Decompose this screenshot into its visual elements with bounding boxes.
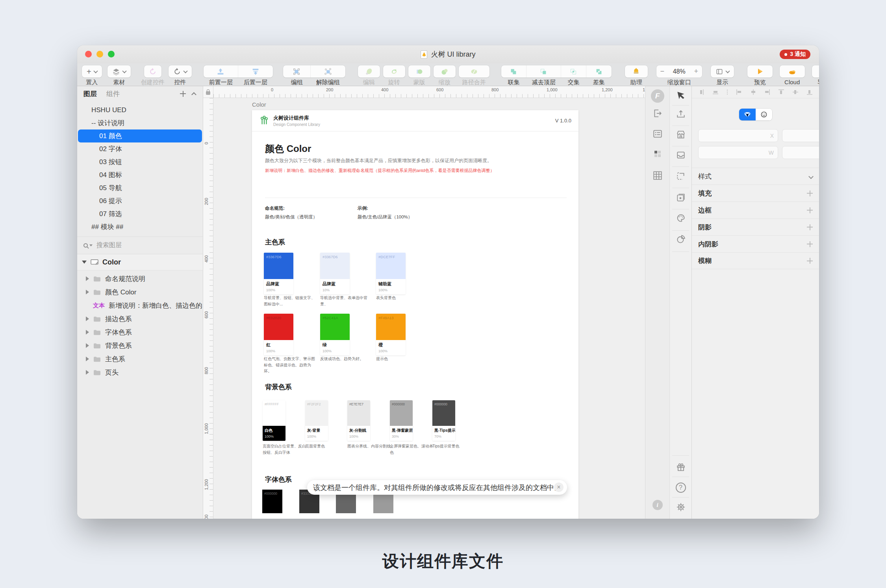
toolbar-preview[interactable]: 预览 <box>747 65 773 86</box>
layer-item[interactable]: 主色系 <box>77 352 203 366</box>
align-right-icon[interactable] <box>764 89 770 95</box>
add-border-icon[interactable] <box>807 207 813 213</box>
image-star-icon[interactable] <box>676 192 686 203</box>
gear-icon[interactable] <box>675 502 686 512</box>
page-item[interactable]: 04 图标 <box>77 168 203 181</box>
artboard-row-color[interactable]: Color <box>77 254 203 270</box>
artboard-label[interactable]: Color <box>252 101 266 108</box>
toolbar-material[interactable]: 素材 <box>108 65 131 86</box>
layer-item[interactable]: 字体色系 <box>77 325 203 339</box>
align-top-icon[interactable] <box>778 89 784 95</box>
disclosure-closed-icon[interactable] <box>86 290 89 294</box>
disclosure-closed-icon[interactable] <box>86 276 89 281</box>
section-blur[interactable]: 模糊 <box>692 252 819 269</box>
section-shadow[interactable]: 阴影 <box>692 218 819 235</box>
tab-layers[interactable]: 图层 <box>83 89 97 98</box>
page-item[interactable]: 02 字体 <box>77 142 203 155</box>
inbox-tray-icon[interactable] <box>676 150 686 160</box>
list-icon[interactable] <box>652 129 663 139</box>
disclosure-closed-icon[interactable] <box>86 316 89 321</box>
toolbar-assistant[interactable]: 助理 <box>625 65 648 86</box>
zoom-out-button[interactable]: − <box>656 67 668 76</box>
collapse-pages-icon[interactable] <box>191 92 196 97</box>
swatch-card[interactable]: #3367D6 品牌蓝100% <box>264 253 293 294</box>
gift-icon[interactable] <box>676 462 686 472</box>
swatch-card[interactable]: #F2F2F2 灰-背景100% <box>305 400 328 441</box>
intersect-button[interactable] <box>561 65 586 78</box>
section-fill[interactable]: 填充 <box>692 185 819 202</box>
bring-forward-button[interactable] <box>204 65 238 78</box>
add-inner-shadow-icon[interactable] <box>807 241 813 247</box>
help-icon[interactable]: ? <box>676 483 686 493</box>
align-left-icon[interactable] <box>736 89 742 95</box>
grid-squares-icon[interactable] <box>653 149 662 159</box>
toolbar-merge-path[interactable]: 路径合并 <box>459 65 489 86</box>
page-item[interactable]: 03 按钮 <box>77 155 203 168</box>
zoom-in-button[interactable]: + <box>690 67 702 76</box>
zoom-value[interactable]: 48% <box>668 68 690 75</box>
frame-icon[interactable] <box>676 171 686 181</box>
search-layers-field[interactable]: 搜索图层 <box>77 237 203 254</box>
send-backward-button[interactable] <box>238 65 273 78</box>
group-button[interactable] <box>283 65 311 78</box>
layer-item-text[interactable]: 文本 新增说明：新增白色、描边色的... <box>77 299 203 312</box>
swatch-card[interactable]: #DCE7FF 辅助蓝100% <box>376 253 406 294</box>
select-cursor-icon[interactable] <box>676 90 686 100</box>
toolbar-mask[interactable]: 蒙版 <box>408 65 430 86</box>
distribute-horizontal-icon[interactable] <box>698 89 704 95</box>
page-item[interactable]: 07 筛选 <box>77 207 203 220</box>
disclosure-open-icon[interactable] <box>82 261 87 264</box>
swatch-card[interactable]: #E02020 红100% <box>264 314 293 355</box>
distribute-vertical-icon[interactable] <box>712 89 719 95</box>
swatch-card[interactable]: #52C41A 绿100% <box>320 314 350 355</box>
swatch-card[interactable]: #E7E7E7 灰-分割线100% <box>347 400 370 441</box>
y-position-field[interactable] <box>782 129 819 142</box>
close-icon[interactable]: × <box>554 483 563 492</box>
layer-item[interactable]: 背景色系 <box>77 339 203 352</box>
palette-icon[interactable] <box>676 213 686 223</box>
add-page-icon[interactable] <box>180 91 186 97</box>
share-upload-icon[interactable] <box>676 109 686 119</box>
x-position-field[interactable] <box>698 129 778 142</box>
height-field[interactable] <box>782 146 819 159</box>
swatch-card[interactable]: #000000 黑-弹窗蒙层30% <box>390 400 413 441</box>
toolbar-export[interactable]: 导出 <box>812 65 819 86</box>
page-item-selected[interactable]: 01 颜色 <box>78 129 202 142</box>
swatch-card[interactable]: #000000 <box>262 490 282 513</box>
toolbar-show[interactable]: 显示 <box>711 65 734 86</box>
disclosure-closed-icon[interactable] <box>86 357 89 361</box>
align-center-horizontal-icon[interactable] <box>750 89 756 95</box>
page-item[interactable]: -- 设计说明 <box>77 116 203 129</box>
difference-button[interactable] <box>586 65 612 78</box>
page-item[interactable]: HSHU UED <box>77 104 203 116</box>
subtract-button[interactable] <box>526 65 561 78</box>
artboard[interactable]: 火树设计组件库 Design Component Library V 1.0.0… <box>252 110 578 519</box>
toolbar-create-symbol[interactable]: 创建控件 <box>141 65 165 86</box>
close-window-button[interactable] <box>85 51 92 57</box>
tab-components[interactable]: 组件 <box>106 89 120 98</box>
add-blur-icon[interactable] <box>807 258 813 264</box>
add-shadow-icon[interactable] <box>807 224 813 230</box>
notification-badge[interactable]: 3 通知 <box>780 50 810 59</box>
horizontal-ruler[interactable]: 0 200 400 600 800 1,000 1,200 1,400 <box>213 86 645 98</box>
layer-item[interactable]: 页头 <box>77 366 203 379</box>
toolbar-cloud[interactable]: Cloud <box>780 65 805 85</box>
page-item[interactable]: ## 模块 ## <box>77 220 203 233</box>
store-icon[interactable] <box>676 129 686 140</box>
zoom-window-button[interactable] <box>108 51 115 57</box>
align-middle-vertical-icon[interactable] <box>792 89 799 95</box>
vertical-ruler[interactable]: 0 200 400 600 800 1,000 1,200 1,400 <box>203 98 213 519</box>
section-inner-shadow[interactable]: 内阴影 <box>692 235 819 252</box>
width-field[interactable] <box>698 146 778 159</box>
page-item[interactable]: 06 提示 <box>77 194 203 207</box>
canvas[interactable]: 0 200 400 600 800 1,000 1,200 1,400 0 20… <box>203 86 645 519</box>
export-page-icon[interactable] <box>652 108 663 118</box>
design-mode-tab[interactable] <box>739 109 756 120</box>
disclosure-closed-icon[interactable] <box>86 370 89 375</box>
add-fill-icon[interactable] <box>807 190 813 196</box>
toolbar-insert[interactable]: + 置入 <box>82 65 102 86</box>
page-item[interactable]: 05 导航 <box>77 181 203 194</box>
ruler-corner[interactable] <box>203 86 213 98</box>
table-grid-icon[interactable] <box>652 170 663 181</box>
toolbar-rotate[interactable]: 旋转 <box>383 65 405 86</box>
